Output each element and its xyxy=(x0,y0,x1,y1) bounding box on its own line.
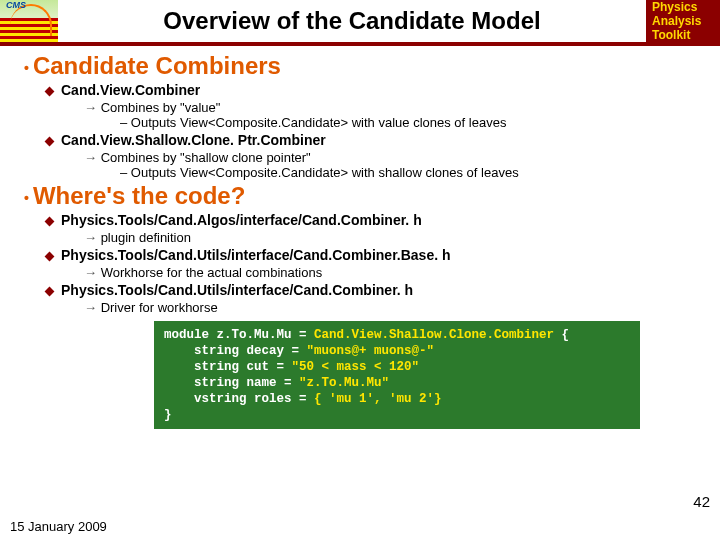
item-candviewcombiner: Cand.View.Combiner xyxy=(46,82,710,98)
desc-candalgos: plugin definition xyxy=(84,230,710,245)
tag-line-2: Analysis xyxy=(652,14,701,28)
desc-shallowcloneptr: Combines by "shallow clone pointer" xyxy=(84,150,710,165)
diamond-bullet-icon xyxy=(45,87,55,97)
desc-candviewcombiner: Combines by "value" xyxy=(84,100,710,115)
slide-body: •Candidate Combiners Cand.View.Combiner … xyxy=(0,46,720,429)
logo-text: CMS xyxy=(6,0,26,10)
code-snippet: module z.To.Mu.Mu = Cand.View.Shallow.Cl… xyxy=(154,321,640,429)
out-shallowcloneptr: Outputs View<Composite.Candidate> with s… xyxy=(120,165,710,180)
page-number: 42 xyxy=(693,493,710,510)
diamond-bullet-icon xyxy=(45,137,55,147)
item-shallowcloneptr: Cand.View.Shallow.Clone. Ptr.Combiner xyxy=(46,132,710,148)
section-heading-combiners: •Candidate Combiners xyxy=(24,52,710,80)
item-candalgos: Physics.Tools/Cand.Algos/interface/Cand.… xyxy=(46,212,710,228)
diamond-bullet-icon xyxy=(45,217,55,227)
tag-line-3: Toolkit xyxy=(652,28,690,42)
cms-logo: CMS xyxy=(0,0,58,42)
desc-candutils: Driver for workhorse xyxy=(84,300,710,315)
diamond-bullet-icon xyxy=(45,252,55,262)
tag-line-1: Physics xyxy=(652,0,697,14)
out-candviewcombiner: Outputs View<Composite.Candidate> with v… xyxy=(120,115,710,130)
header: CMS Overview of the Candidate Model Phys… xyxy=(0,0,720,46)
footer-date: 15 January 2009 xyxy=(10,519,107,534)
diamond-bullet-icon xyxy=(45,287,55,297)
item-candutils: Physics.Tools/Cand.Utils/interface/Cand.… xyxy=(46,282,710,298)
toolkit-badge: Physics Analysis Toolkit xyxy=(646,0,720,45)
item-candutilsbase: Physics.Tools/Cand.Utils/interface/Cand.… xyxy=(46,247,710,263)
slide-title: Overview of the Candidate Model xyxy=(58,7,646,35)
section-heading-code: •Where's the code? xyxy=(24,182,710,210)
desc-candutilsbase: Workhorse for the actual combinations xyxy=(84,265,710,280)
